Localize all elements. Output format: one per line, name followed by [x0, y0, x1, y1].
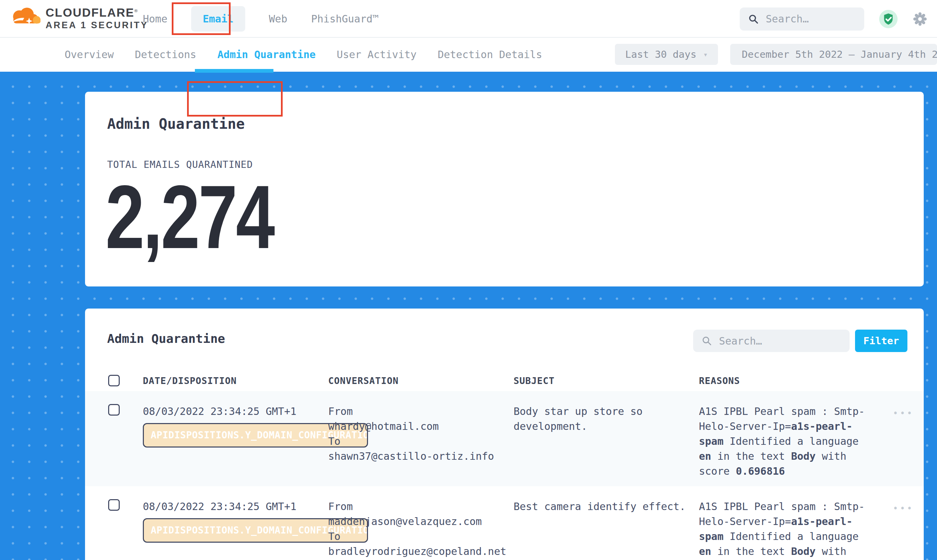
row-subject: Body star up store so development. — [514, 404, 699, 486]
from-label: From — [328, 404, 514, 419]
from-label: From — [328, 499, 514, 514]
email-section-nav: Overview Detections Admin Quarantine Use… — [0, 38, 937, 71]
shield-check-icon — [879, 10, 898, 28]
table-header-row: DATE/DISPOSITION CONVERSATION SUBJECT RE… — [85, 370, 924, 391]
global-search[interactable] — [740, 8, 864, 31]
cloudflare-cloud-icon — [9, 6, 42, 26]
security-status-badge[interactable] — [879, 10, 898, 28]
top-header: CLOUDFLARE® AREA 1 SECURITY Home Email W… — [0, 0, 937, 38]
chevron-down-icon: ▾ — [703, 50, 708, 59]
global-search-input[interactable] — [766, 13, 855, 25]
cloudflare-logo[interactable]: CLOUDFLARE® AREA 1 SECURITY — [9, 4, 148, 31]
column-header-reasons: REASONS — [699, 375, 874, 386]
tab-admin-quarantine[interactable]: Admin Quarantine — [217, 49, 316, 60]
nav-home[interactable]: Home — [143, 13, 167, 25]
settings-button[interactable] — [912, 12, 928, 26]
row-checkbox[interactable] — [108, 404, 120, 415]
column-header-conversation: CONVERSATION — [328, 375, 514, 386]
nav-phishguard[interactable]: PhishGuard™ — [311, 13, 379, 25]
table-search[interactable] — [693, 329, 850, 352]
table-row[interactable]: 08/03/2022 23:34:25 GMT+1 APIDISPOSITION… — [85, 486, 924, 560]
row-reasons: A1S IPBL Pearl spam : Smtp-Helo-Server-I… — [699, 499, 874, 560]
active-tab-indicator — [195, 69, 273, 73]
app-window: CLOUDFLARE® AREA 1 SECURITY Home Email W… — [0, 0, 937, 560]
row-date: 08/03/2022 23:34:25 GMT+1 — [143, 404, 328, 419]
dashboard-canvas: Admin Quarantine TOTAL EMAILS QUARANTINE… — [0, 72, 937, 560]
to-label: To — [328, 434, 514, 449]
stats-card-title: Admin Quarantine — [107, 115, 245, 132]
tab-overview[interactable]: Overview — [65, 49, 114, 60]
search-icon — [749, 13, 758, 25]
tab-detection-details[interactable]: Detection Details — [438, 49, 542, 60]
select-all-checkbox[interactable] — [108, 375, 120, 386]
column-header-date-disposition: DATE/DISPOSITION — [143, 375, 328, 386]
quarantine-stats-card: Admin Quarantine TOTAL EMAILS QUARANTINE… — [85, 92, 924, 286]
table-card-title: Admin Quarantine — [107, 332, 225, 346]
column-header-subject: SUBJECT — [514, 375, 699, 386]
to-address: shawn37@castillo-ortiz.info — [328, 449, 514, 464]
search-icon — [702, 335, 712, 346]
tab-user-activity[interactable]: User Activity — [337, 49, 417, 60]
row-conversation: From whardy@hotmail.com To shawn37@casti… — [328, 404, 514, 486]
filter-button[interactable]: Filter — [855, 329, 908, 352]
metric-value: 2,274 — [105, 172, 273, 262]
row-reasons: A1S IPBL Pearl spam : Smtp-Helo-Server-I… — [699, 404, 874, 486]
to-label: To — [328, 529, 514, 544]
quarantine-table-card: Admin Quarantine Filter DATE/DISPOSITION… — [85, 309, 924, 560]
nav-web[interactable]: Web — [269, 13, 287, 25]
from-address: maddenjason@velazquez.com — [328, 514, 514, 529]
row-subject: Best camera identify effect. — [514, 499, 699, 560]
table-row[interactable]: 08/03/2022 23:34:25 GMT+1 APIDISPOSITION… — [85, 391, 924, 486]
to-address: bradleyrodriguez@copeland.net — [328, 544, 514, 559]
date-range-display[interactable]: December 5th 2022 — January 4th 2023 — [730, 44, 937, 65]
row-conversation: From maddenjason@velazquez.com To bradle… — [328, 499, 514, 560]
brand-name: CLOUDFLARE® — [46, 4, 148, 19]
from-address: whardy@hotmail.com — [328, 419, 514, 434]
row-date: 08/03/2022 23:34:25 GMT+1 — [143, 499, 328, 514]
time-range-dropdown[interactable]: Last 30 days ▾ — [615, 44, 718, 65]
row-checkbox[interactable] — [108, 499, 120, 511]
brand-subtitle: AREA 1 SECURITY — [46, 19, 148, 31]
row-menu-button[interactable]: ••• — [893, 408, 914, 418]
row-menu-button[interactable]: ••• — [893, 503, 914, 514]
gear-icon — [912, 12, 928, 26]
tab-detections[interactable]: Detections — [135, 49, 197, 60]
primary-nav: Home Email Web PhishGuard™ — [143, 0, 378, 38]
brand-reg-mark: ® — [134, 8, 139, 13]
table-search-input[interactable] — [719, 335, 841, 347]
nav-email[interactable]: Email — [191, 6, 245, 32]
